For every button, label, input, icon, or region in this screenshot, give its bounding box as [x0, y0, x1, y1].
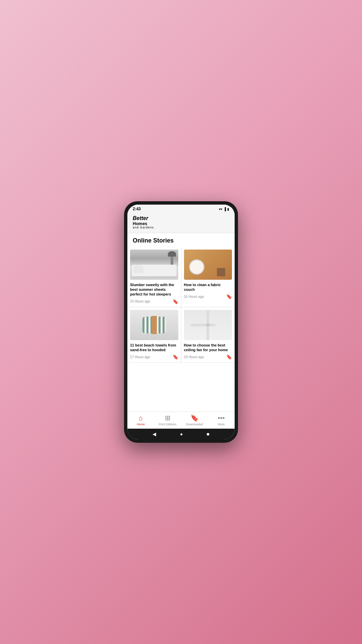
story-meta-4: 19 Hours ago 🔖	[184, 354, 232, 360]
story-meta-1: 15 Hours ago 🔖	[130, 299, 178, 304]
story-time-3: 17 Hours ago	[130, 355, 150, 359]
clean-image	[184, 250, 232, 280]
story-time-4: 19 Hours ago	[184, 355, 204, 359]
status-time: 2:43	[133, 207, 141, 211]
story-title-1: Slumber sweetly with the best summer she…	[130, 282, 178, 297]
lamp-decoration	[171, 251, 173, 265]
nav-item-downloaded[interactable]: 🔖 Downloaded	[181, 414, 208, 426]
brand-line1: Better	[133, 215, 229, 221]
android-nav-bar: ◀ ● ■	[127, 429, 235, 439]
phone-device: 2:43 ▾▾ ▐ ▮ Better Homes and Gardens Onl…	[124, 201, 238, 443]
back-button[interactable]: ◀	[153, 431, 156, 437]
app-header: Better Homes and Gardens	[127, 213, 235, 233]
fan-center	[206, 323, 210, 327]
print-editions-label: Print Editions	[159, 423, 176, 426]
more-icon: •••	[218, 414, 225, 422]
nav-item-more[interactable]: ••• More	[208, 414, 235, 426]
fan-blade-1	[206, 327, 209, 340]
bottom-nav: ⌂ Home ⊞ Print Editions 🔖 Downloaded •••…	[127, 412, 235, 429]
wifi-icon: ▾▾	[219, 207, 222, 211]
bookmark-icon-1[interactable]: 🔖	[173, 299, 178, 304]
downloaded-icon: 🔖	[190, 414, 199, 422]
story-time-1: 15 Hours ago	[130, 300, 150, 303]
stories-grid: Slumber sweetly with the best summer she…	[127, 247, 235, 363]
phone-screen: 2:43 ▾▾ ▐ ▮ Better Homes and Gardens Onl…	[127, 205, 235, 439]
signal-icon: ▐	[224, 207, 226, 211]
story-image-3	[130, 310, 178, 340]
home-label: Home	[137, 423, 145, 426]
towel-roll	[142, 317, 166, 333]
print-editions-icon: ⊞	[165, 414, 171, 422]
bookmark-icon-2[interactable]: 🔖	[226, 294, 232, 299]
home-icon: ⌂	[139, 414, 143, 422]
brand-line3: and Gardens	[133, 226, 229, 229]
story-image-2	[184, 250, 232, 280]
story-title-3: 11 best beach towels from sand-free to h…	[130, 343, 178, 353]
story-title-4: How to choose the best ceiling fan for y…	[184, 343, 232, 353]
more-label: More	[218, 423, 225, 426]
story-image-4	[184, 310, 232, 340]
bookmark-icon-3[interactable]: 🔖	[173, 354, 178, 360]
battery-icon: ▮	[227, 207, 229, 211]
story-time-2: 16 Hours ago	[184, 295, 204, 299]
home-button[interactable]: ●	[180, 431, 183, 437]
brand-line2: Homes	[133, 221, 229, 226]
recent-button[interactable]: ■	[206, 431, 209, 437]
story-meta-2: 16 Hours ago 🔖	[184, 294, 232, 299]
status-bar: 2:43 ▾▾ ▐ ▮	[127, 205, 235, 213]
content-area: Online Stories Slumber sweetly with the …	[127, 233, 235, 412]
towel-image	[130, 310, 178, 340]
story-title-2: How to clean a fabric couch	[184, 282, 232, 292]
story-card-4[interactable]: How to choose the best ceiling fan for y…	[181, 307, 235, 363]
downloaded-label: Downloaded	[186, 423, 203, 426]
story-card-2[interactable]: How to clean a fabric couch 16 Hours ago…	[181, 247, 235, 307]
app-logo: Better Homes and Gardens	[133, 215, 229, 229]
bookmark-icon-4[interactable]: 🔖	[226, 354, 232, 360]
nav-item-home[interactable]: ⌂ Home	[127, 414, 154, 426]
story-image-1	[130, 250, 178, 280]
bed-image	[130, 250, 178, 280]
section-title: Online Stories	[127, 233, 235, 247]
story-card-1[interactable]: Slumber sweetly with the best summer she…	[127, 247, 181, 307]
fan-blade-3	[206, 310, 209, 323]
story-meta-3: 17 Hours ago 🔖	[130, 354, 178, 360]
fan-image	[184, 310, 232, 340]
towel-strap	[152, 316, 157, 334]
nav-item-print-editions[interactable]: ⊞ Print Editions	[154, 414, 181, 426]
story-card-3[interactable]: 11 best beach towels from sand-free to h…	[127, 307, 181, 363]
status-icons: ▾▾ ▐ ▮	[219, 207, 229, 211]
